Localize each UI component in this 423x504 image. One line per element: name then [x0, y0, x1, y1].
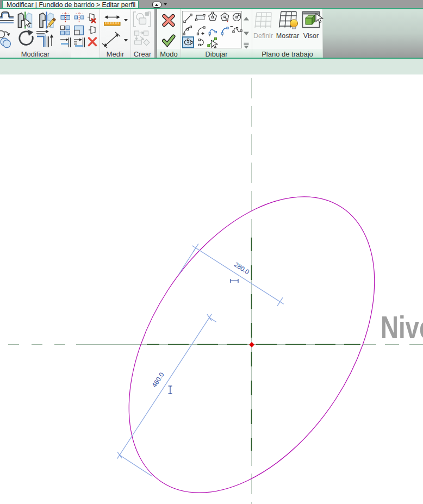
svg-text:Nivel: Nivel [381, 310, 423, 345]
svg-text:460.0: 460.0 [151, 371, 166, 389]
svg-text:Definir: Definir [253, 32, 273, 40]
svg-text:Mostrar: Mostrar [276, 32, 299, 40]
svg-text:Visor: Visor [303, 32, 319, 40]
